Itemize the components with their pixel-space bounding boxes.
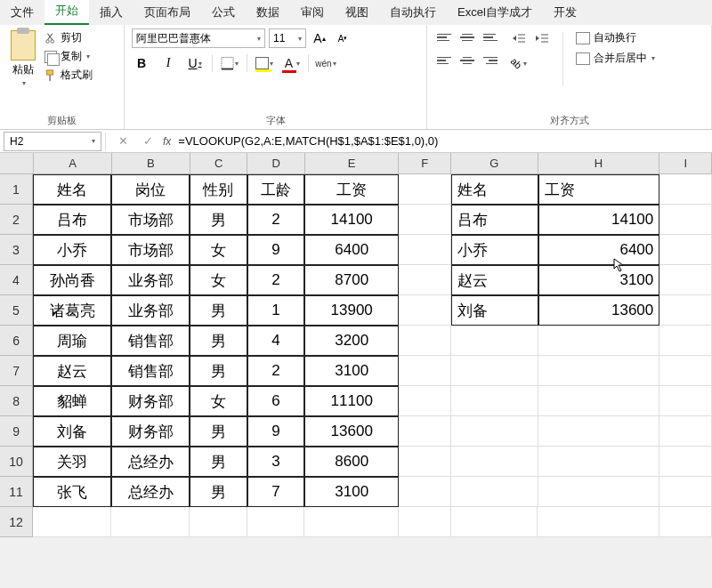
cell[interactable] bbox=[451, 356, 538, 386]
font-size-select[interactable]: 11▾ bbox=[269, 28, 306, 48]
tab-view[interactable]: 视图 bbox=[335, 0, 379, 25]
cell[interactable]: 财务部 bbox=[111, 386, 190, 416]
cell[interactable]: 6400 bbox=[538, 235, 660, 265]
cell[interactable] bbox=[451, 507, 538, 537]
phonetic-button[interactable]: wén▾ bbox=[316, 53, 336, 73]
row-header[interactable]: 2 bbox=[0, 205, 33, 235]
cell[interactable] bbox=[538, 356, 660, 386]
fx-icon[interactable]: fx bbox=[163, 135, 171, 148]
align-bottom-button[interactable] bbox=[481, 28, 500, 46]
cell[interactable]: 3200 bbox=[304, 326, 399, 356]
cell[interactable]: 7 bbox=[247, 477, 305, 507]
cell[interactable]: 男 bbox=[190, 326, 247, 356]
cell[interactable] bbox=[659, 507, 712, 537]
cell[interactable]: 2 bbox=[247, 265, 305, 295]
tab-automate[interactable]: 自动执行 bbox=[379, 0, 447, 25]
cell[interactable]: 13900 bbox=[304, 295, 399, 326]
bold-button[interactable]: B bbox=[132, 53, 151, 73]
cell[interactable]: 吕布 bbox=[451, 205, 538, 235]
cell[interactable]: 总经办 bbox=[111, 447, 190, 477]
font-name-select[interactable]: 阿里巴巴普惠体▾ bbox=[132, 28, 265, 48]
cell[interactable] bbox=[538, 386, 660, 416]
row-header[interactable]: 11 bbox=[0, 477, 33, 507]
merge-center-button[interactable]: 合并后居中▾ bbox=[576, 51, 655, 66]
cell[interactable] bbox=[399, 295, 451, 326]
cell[interactable] bbox=[399, 507, 451, 537]
cell[interactable]: 8600 bbox=[304, 447, 399, 477]
fill-color-button[interactable]: ▾ bbox=[255, 53, 274, 73]
cell[interactable] bbox=[659, 416, 712, 447]
cell[interactable]: 貂蝉 bbox=[33, 386, 111, 416]
cell[interactable]: 工资 bbox=[304, 174, 399, 205]
cell[interactable]: 姓名 bbox=[33, 174, 111, 205]
cell[interactable]: 销售部 bbox=[111, 356, 190, 386]
cell[interactable] bbox=[33, 507, 111, 537]
align-middle-button[interactable] bbox=[457, 28, 477, 46]
cell[interactable]: 姓名 bbox=[451, 174, 538, 205]
cell[interactable]: 13600 bbox=[304, 416, 399, 447]
cell[interactable]: 3 bbox=[247, 447, 305, 477]
col-header-G[interactable]: G bbox=[451, 153, 538, 174]
cell[interactable]: 刘备 bbox=[451, 295, 538, 326]
cell[interactable]: 孙尚香 bbox=[33, 265, 111, 295]
cell[interactable] bbox=[399, 356, 451, 386]
cell[interactable]: 4 bbox=[247, 326, 305, 356]
cell[interactable]: 小乔 bbox=[451, 235, 538, 265]
accept-formula-button[interactable]: ✓ bbox=[138, 133, 158, 150]
col-header-I[interactable]: I bbox=[659, 153, 712, 174]
cell[interactable] bbox=[659, 326, 712, 356]
cell[interactable]: 岗位 bbox=[111, 174, 190, 205]
cell[interactable]: 男 bbox=[190, 205, 247, 235]
cell[interactable]: 3100 bbox=[304, 477, 399, 507]
cell[interactable] bbox=[659, 447, 712, 477]
format-painter-button[interactable]: 格式刷 bbox=[44, 68, 93, 83]
cell[interactable] bbox=[451, 447, 538, 477]
cell[interactable] bbox=[538, 507, 659, 537]
cell[interactable] bbox=[399, 174, 451, 205]
cell[interactable]: 周瑜 bbox=[33, 326, 111, 356]
cell[interactable] bbox=[190, 507, 247, 537]
col-header-A[interactable]: A bbox=[34, 153, 112, 174]
cell[interactable]: 工龄 bbox=[247, 174, 305, 205]
row-header[interactable]: 1 bbox=[0, 174, 33, 205]
col-header-E[interactable]: E bbox=[305, 153, 400, 174]
tab-developer[interactable]: 开发 bbox=[543, 0, 587, 25]
cell[interactable]: 赵云 bbox=[451, 265, 538, 295]
cell[interactable]: 女 bbox=[190, 386, 247, 416]
cell[interactable] bbox=[538, 416, 660, 447]
row-header[interactable]: 6 bbox=[0, 326, 33, 356]
cell[interactable]: 吕布 bbox=[33, 205, 111, 235]
cell[interactable] bbox=[659, 235, 712, 265]
cell[interactable] bbox=[659, 356, 712, 386]
cell[interactable]: 市场部 bbox=[111, 235, 190, 265]
cell[interactable]: 9 bbox=[247, 235, 305, 265]
align-left-button[interactable] bbox=[434, 52, 454, 69]
cell[interactable]: 刘备 bbox=[33, 416, 111, 447]
cell[interactable]: 女 bbox=[190, 265, 247, 295]
row-header[interactable]: 7 bbox=[0, 356, 33, 386]
tab-review[interactable]: 审阅 bbox=[290, 0, 335, 25]
tab-home[interactable]: 开始 bbox=[44, 0, 89, 25]
cell[interactable] bbox=[399, 326, 451, 356]
col-header-F[interactable]: F bbox=[399, 153, 451, 174]
spreadsheet-grid[interactable]: ABCDEFGHI 1姓名岗位性别工龄工资姓名工资2吕布市场部男214100吕布… bbox=[0, 153, 712, 537]
cell[interactable]: 2 bbox=[247, 205, 305, 235]
wrap-text-button[interactable]: 自动换行 bbox=[576, 30, 655, 45]
cell[interactable]: 市场部 bbox=[111, 205, 190, 235]
cell[interactable]: 女 bbox=[190, 235, 247, 265]
decrease-font-button[interactable]: A▾ bbox=[333, 28, 352, 48]
row-header[interactable]: 9 bbox=[0, 416, 33, 447]
row-header[interactable]: 3 bbox=[0, 235, 33, 265]
cell[interactable] bbox=[659, 386, 712, 416]
cell[interactable] bbox=[659, 174, 712, 205]
font-color-button[interactable]: A▾ bbox=[281, 53, 301, 73]
row-header[interactable]: 4 bbox=[0, 265, 33, 295]
orientation-button[interactable]: ab▾ bbox=[509, 53, 529, 73]
name-box[interactable]: H2▾ bbox=[4, 132, 101, 151]
cell[interactable]: 3100 bbox=[304, 356, 399, 386]
underline-button[interactable]: U▾ bbox=[185, 53, 205, 73]
cell[interactable] bbox=[659, 265, 712, 295]
cell[interactable]: 诸葛亮 bbox=[33, 295, 111, 326]
select-all-corner[interactable] bbox=[0, 153, 34, 174]
cell[interactable] bbox=[399, 205, 451, 235]
